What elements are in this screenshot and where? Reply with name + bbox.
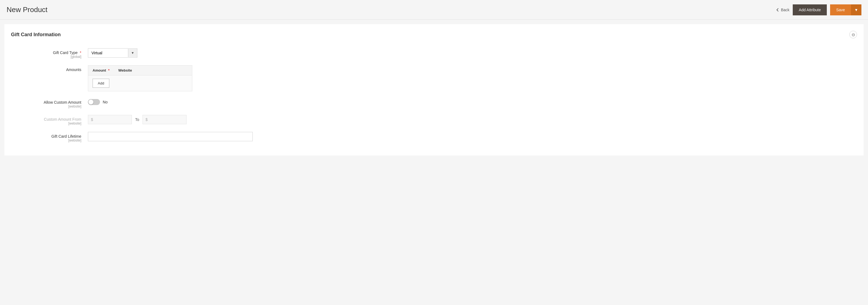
amounts-label: Amounts xyxy=(11,65,88,72)
amounts-control: Amount * Website Add xyxy=(88,65,857,91)
back-label: Back xyxy=(781,8,789,12)
add-attribute-button[interactable]: Add Attribute xyxy=(793,4,827,15)
back-link[interactable]: Back xyxy=(776,8,789,12)
main-content: Gift Card Information ⊖ Gift Card Type *… xyxy=(4,24,864,156)
toggle-knob xyxy=(88,100,93,104)
custom-amount-inline-fields: $ To $ xyxy=(88,115,857,124)
save-button-group: Save ▼ xyxy=(830,4,861,15)
arrow-left-icon xyxy=(776,8,779,11)
allow-custom-amount-label: Allow Custom Amount [website] xyxy=(11,98,88,108)
required-indicator: * xyxy=(80,50,81,55)
gift-card-type-control: Virtual Physical Combined ▼ xyxy=(88,48,857,58)
currency-prefix-from: $ xyxy=(88,115,96,124)
amounts-row: Amounts Amount * Website Add xyxy=(11,65,857,91)
save-button[interactable]: Save xyxy=(830,4,851,15)
gift-card-lifetime-control xyxy=(88,132,857,141)
collapse-icon: ⊖ xyxy=(851,32,855,37)
save-dropdown-button[interactable]: ▼ xyxy=(851,4,861,15)
custom-amount-from-control: $ To $ xyxy=(88,115,857,124)
to-separator: To xyxy=(135,117,139,122)
custom-amount-from-input[interactable] xyxy=(96,115,131,124)
gift-card-type-select-wrapper: Virtual Physical Combined ▼ xyxy=(88,48,137,58)
amounts-table-body: Add xyxy=(88,75,192,91)
currency-prefix-to: $ xyxy=(143,115,151,124)
page-header: New Product Back Add Attribute Save ▼ xyxy=(0,0,868,20)
select-dropdown-icon[interactable]: ▼ xyxy=(128,49,137,57)
custom-amount-to-input[interactable] xyxy=(151,115,186,124)
collapse-button[interactable]: ⊖ xyxy=(849,31,857,38)
amounts-table-header: Amount * Website xyxy=(88,66,192,75)
gift-card-lifetime-row: Gift Card Lifetime [website] xyxy=(11,132,857,142)
chevron-down-icon: ▼ xyxy=(854,8,858,12)
allow-custom-amount-row: Allow Custom Amount [website] No xyxy=(11,98,857,108)
website-col-header: Website xyxy=(114,66,136,75)
toggle-state-label: No xyxy=(103,100,108,104)
gift-card-type-label: Gift Card Type * [global] xyxy=(11,48,88,59)
section-header: Gift Card Information ⊖ xyxy=(11,31,857,41)
toggle-wrapper: No xyxy=(88,98,857,105)
custom-amount-from-wrapper: $ xyxy=(88,115,132,124)
add-amount-button[interactable]: Add xyxy=(93,79,109,88)
gift-card-type-row: Gift Card Type * [global] Virtual Physic… xyxy=(11,48,857,59)
amount-col-header: Amount * xyxy=(88,66,114,75)
custom-amount-from-label: Custom Amount From [website] xyxy=(11,115,88,125)
gift-card-type-select[interactable]: Virtual Physical Combined xyxy=(88,48,128,57)
custom-amount-from-row: Custom Amount From [website] $ To $ xyxy=(11,115,857,125)
header-actions: Back Add Attribute Save ▼ xyxy=(776,4,861,15)
custom-amount-to-wrapper: $ xyxy=(143,115,187,124)
section-title: Gift Card Information xyxy=(11,32,61,38)
allow-custom-amount-toggle[interactable] xyxy=(88,99,100,105)
gift-card-lifetime-label: Gift Card Lifetime [website] xyxy=(11,132,88,142)
page-title: New Product xyxy=(7,5,48,14)
amounts-table: Amount * Website Add xyxy=(88,65,192,91)
amount-required: * xyxy=(108,68,110,72)
allow-custom-amount-control: No xyxy=(88,98,857,105)
gift-card-lifetime-input[interactable] xyxy=(88,132,253,141)
